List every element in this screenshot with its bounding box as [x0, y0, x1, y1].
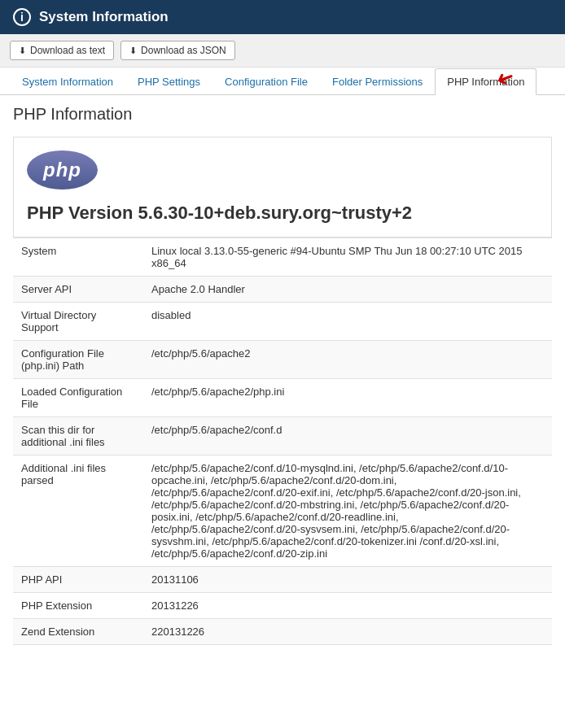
row-label: Zend Extension — [13, 619, 143, 645]
row-value: disabled — [143, 303, 552, 341]
row-value: /etc/php/5.6/apache2 — [143, 341, 552, 379]
tabs-wrapper: System Information PHP Settings Configur… — [0, 68, 565, 95]
tab-system-information[interactable]: System Information — [10, 68, 125, 95]
php-logo: php — [27, 150, 98, 190]
page-content: PHP Information php PHP Version 5.6.30-1… — [0, 95, 565, 655]
table-row: Additional .ini files parsed/etc/php/5.6… — [13, 456, 552, 567]
row-value: /etc/php/5.6/apache2/conf.d — [143, 417, 552, 456]
download-json-label: Download as JSON — [141, 45, 226, 56]
php-logo-text: php — [43, 159, 81, 181]
info-table: SystemLinux local 3.13.0-55-generic #94-… — [13, 238, 552, 645]
table-row: PHP Extension20131226 — [13, 593, 552, 619]
row-label: Scan this dir for additional .ini files — [13, 417, 143, 456]
row-value: Linux local 3.13.0-55-generic #94-Ubuntu… — [143, 238, 552, 277]
download-json-button[interactable]: ⬇ Download as JSON — [120, 41, 235, 60]
table-row: Server APIApache 2.0 Handler — [13, 277, 552, 303]
page-title: PHP Information — [13, 105, 552, 124]
row-value: Apache 2.0 Handler — [143, 277, 552, 303]
row-label: Configuration File (php.ini) Path — [13, 341, 143, 379]
row-label: Virtual Directory Support — [13, 303, 143, 341]
table-row: Scan this dir for additional .ini files/… — [13, 417, 552, 456]
toolbar: ⬇ Download as text ⬇ Download as JSON — [0, 34, 565, 68]
table-row: Configuration File (php.ini) Path/etc/ph… — [13, 341, 552, 379]
row-value: /etc/php/5.6/apache2/php.ini — [143, 379, 552, 417]
table-row: Zend Extension220131226 — [13, 619, 552, 645]
tab-php-information[interactable]: PHP Information — [435, 68, 537, 95]
tab-folder-permissions[interactable]: Folder Permissions — [320, 68, 435, 95]
table-row: PHP API20131106 — [13, 567, 552, 593]
table-row: Loaded Configuration File/etc/php/5.6/ap… — [13, 379, 552, 417]
table-row: SystemLinux local 3.13.0-55-generic #94-… — [13, 238, 552, 277]
download-text-label: Download as text — [30, 45, 105, 56]
row-label: Loaded Configuration File — [13, 379, 143, 417]
php-logo-section: php PHP Version 5.6.30-10+deb.sury.org~t… — [13, 137, 552, 238]
tab-php-settings[interactable]: PHP Settings — [125, 68, 212, 95]
table-row: Virtual Directory Supportdisabled — [13, 303, 552, 341]
header-title: System Information — [39, 9, 169, 25]
row-value: 220131226 — [143, 619, 552, 645]
app-header: i System Information — [0, 0, 565, 34]
row-label: Additional .ini files parsed — [13, 456, 143, 567]
php-version: PHP Version 5.6.30-10+deb.sury.org~trust… — [27, 203, 538, 224]
row-label: PHP Extension — [13, 593, 143, 619]
header-icon: i — [13, 8, 31, 26]
row-value: 20131226 — [143, 593, 552, 619]
row-label: System — [13, 238, 143, 277]
row-value: 20131106 — [143, 567, 552, 593]
download-json-icon: ⬇ — [129, 46, 137, 56]
tabs-bar: System Information PHP Settings Configur… — [0, 68, 565, 95]
row-value: /etc/php/5.6/apache2/conf.d/10-mysqlnd.i… — [143, 456, 552, 567]
row-label: Server API — [13, 277, 143, 303]
download-text-button[interactable]: ⬇ Download as text — [10, 41, 114, 60]
tab-configuration-file[interactable]: Configuration File — [212, 68, 320, 95]
row-label: PHP API — [13, 567, 143, 593]
download-text-icon: ⬇ — [19, 46, 26, 56]
